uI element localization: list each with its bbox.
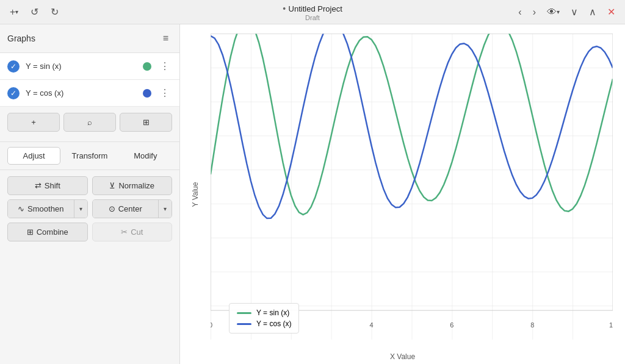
- titlebar-center: • Untitled Project Draft: [283, 3, 342, 21]
- undo-icon: ↺: [31, 6, 38, 18]
- grid-icon: ⊞: [143, 118, 150, 127]
- search-icon: ⌕: [87, 118, 92, 127]
- svg-text:8: 8: [530, 321, 534, 329]
- center-button[interactable]: ⊙ Center: [93, 200, 159, 218]
- title-text: Untitled Project: [289, 4, 342, 13]
- checkbox-cos[interactable]: ✓: [7, 87, 20, 99]
- sidebar: Graphs ≡ ✓ Y = sin (x) ⋮ ✓ Y = cos (x) ⋮: [0, 24, 180, 364]
- redo-button[interactable]: ↻: [47, 4, 62, 20]
- nav-next-icon: ›: [533, 7, 536, 18]
- center-label: Center: [118, 204, 142, 213]
- x-axis-label: X Value: [390, 352, 415, 361]
- project-subtitle: Draft: [283, 14, 342, 21]
- grid-button[interactable]: ⊞: [120, 113, 172, 132]
- project-title: • Untitled Project: [283, 3, 342, 14]
- smoothen-group: ∿ Smoothen ▾: [7, 199, 88, 218]
- chart-container: 1.00 0.75 0.50 0.25 0.00 −0.25 −0.50 −0.…: [211, 34, 613, 340]
- color-dot-sin: [143, 62, 151, 71]
- action-row-1: ⇄ Shift ⊻ Normalize: [7, 176, 172, 195]
- action-row-2: ∿ Smoothen ▾ ⊙ Center ▾: [7, 199, 172, 218]
- eye-button[interactable]: 👁 ▾: [543, 4, 563, 20]
- titlebar: + ▾ ↺ ↻ • Untitled Project Draft ‹ › 👁 ▾…: [0, 0, 625, 24]
- tab-transform[interactable]: Transform: [63, 147, 116, 165]
- sidebar-menu-button[interactable]: ≡: [159, 30, 172, 46]
- checkbox-sin[interactable]: ✓: [7, 60, 20, 73]
- close-icon: ✕: [607, 6, 615, 18]
- titlebar-right: ‹ › 👁 ▾ ∨ ∧ ✕: [515, 4, 619, 20]
- chevron-down-icon: ∨: [571, 6, 578, 18]
- add-icon: +: [10, 7, 15, 18]
- titlebar-left: + ▾ ↺ ↻: [6, 4, 62, 20]
- more-button-sin[interactable]: ⋮: [157, 59, 172, 73]
- legend-item-cos: Y = cos (x): [237, 319, 291, 328]
- normalize-icon: ⊻: [109, 181, 115, 190]
- plus-icon: +: [31, 118, 36, 127]
- normalize-button[interactable]: ⊻ Normalize: [92, 176, 173, 195]
- sidebar-title: Graphs: [7, 34, 35, 43]
- shift-button[interactable]: ⇄ Shift: [7, 176, 88, 195]
- graph-label-sin: Y = sin (x): [26, 62, 137, 71]
- expand-button[interactable]: ∨: [567, 4, 582, 20]
- shift-label: Shift: [45, 181, 60, 190]
- graph-item-cos: ✓ Y = cos (x) ⋮: [0, 80, 179, 107]
- smoothen-label: Smoothen: [27, 204, 63, 213]
- color-dot-cos: [143, 89, 151, 98]
- redo-icon: ↻: [51, 6, 59, 18]
- actions-area: ⇄ Shift ⊻ Normalize ∿ Smoothen ▾: [0, 170, 179, 248]
- cut-icon: ✂: [121, 227, 128, 237]
- combine-label: Combine: [37, 227, 68, 237]
- nav-prev-icon: ‹: [518, 7, 521, 18]
- menu-icon: ≡: [163, 33, 168, 44]
- chart-svg: 1.00 0.75 0.50 0.25 0.00 −0.25 −0.50 −0.…: [211, 34, 613, 340]
- smoothen-button[interactable]: ∿ Smoothen: [8, 200, 74, 218]
- chart-legend: Y = sin (x) Y = cos (x): [229, 303, 299, 334]
- tab-row: Adjust Transform Modify: [0, 142, 179, 170]
- smoothen-dropdown-button[interactable]: ▾: [74, 200, 87, 218]
- tab-modify[interactable]: Modify: [119, 147, 172, 165]
- legend-label-cos: Y = cos (x): [256, 319, 291, 328]
- tab-adjust[interactable]: Adjust: [7, 147, 60, 165]
- cut-button[interactable]: ✂ Cut: [92, 223, 173, 241]
- nav-prev-button[interactable]: ‹: [515, 4, 525, 20]
- cut-label: Cut: [131, 227, 143, 237]
- add-dropdown-icon: ▾: [15, 9, 18, 15]
- nav-next-button[interactable]: ›: [529, 4, 540, 20]
- svg-text:10: 10: [609, 321, 613, 329]
- svg-text:6: 6: [450, 321, 453, 329]
- svg-text:4: 4: [370, 321, 374, 329]
- center-icon: ⊙: [109, 204, 115, 213]
- collapse-button[interactable]: ∧: [585, 4, 600, 20]
- checkmark-icon: ✓: [10, 89, 16, 98]
- center-group: ⊙ Center ▾: [92, 199, 173, 218]
- sidebar-header: Graphs ≡: [0, 24, 179, 53]
- legend-line-sin: [237, 312, 251, 314]
- more-button-cos[interactable]: ⋮: [157, 86, 172, 100]
- smoothen-dropdown-icon: ▾: [79, 205, 82, 212]
- undo-button[interactable]: ↺: [27, 4, 42, 20]
- graph-label-cos: Y = cos (x): [26, 88, 137, 98]
- y-axis-label: Y Value: [191, 182, 200, 207]
- smoothen-icon: ∿: [18, 204, 24, 213]
- combine-button[interactable]: ⊞ Combine: [7, 223, 88, 241]
- tools-area: + ⌕ ⊞: [0, 107, 179, 142]
- combine-icon: ⊞: [27, 227, 34, 237]
- chevron-up-icon: ∧: [589, 6, 596, 18]
- close-button[interactable]: ✕: [604, 4, 619, 20]
- legend-item-sin: Y = sin (x): [237, 309, 291, 317]
- add-button[interactable]: + ▾: [6, 4, 22, 20]
- tool-row: + ⌕ ⊞: [7, 113, 172, 132]
- eye-dropdown-icon: ▾: [557, 9, 560, 15]
- center-dropdown-button[interactable]: ▾: [158, 200, 172, 218]
- normalize-label: Normalize: [118, 181, 154, 190]
- shift-icon: ⇄: [35, 181, 42, 190]
- center-dropdown-icon: ▾: [164, 205, 167, 212]
- action-row-3: ⊞ Combine ✂ Cut: [7, 223, 172, 241]
- dot-indicator: •: [283, 4, 286, 13]
- search-button[interactable]: ⌕: [63, 113, 116, 132]
- svg-text:0: 0: [211, 321, 212, 329]
- main-layout: Graphs ≡ ✓ Y = sin (x) ⋮ ✓ Y = cos (x) ⋮: [0, 24, 625, 364]
- graph-item-sin: ✓ Y = sin (x) ⋮: [0, 53, 179, 80]
- sidebar-header-left: Graphs: [7, 34, 35, 43]
- legend-label-sin: Y = sin (x): [256, 309, 289, 317]
- add-graph-button[interactable]: +: [7, 113, 60, 132]
